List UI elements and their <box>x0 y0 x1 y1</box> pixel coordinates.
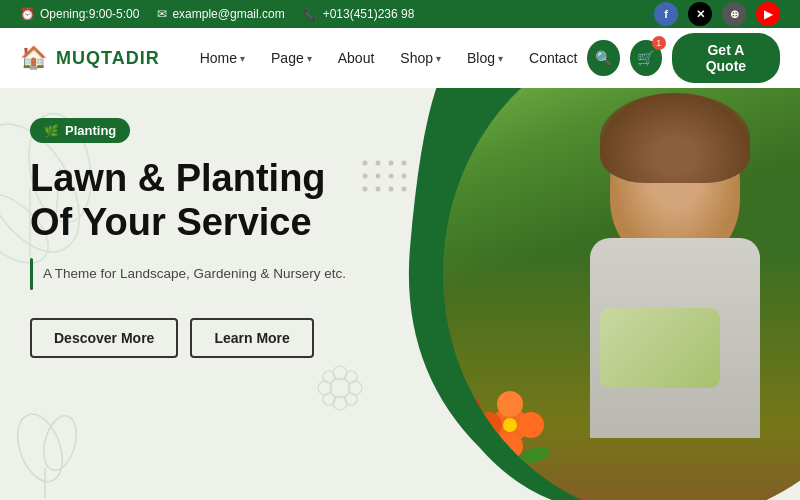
discover-more-button[interactable]: Descover More <box>30 318 178 358</box>
nav-links: Home ▾ Page ▾ About Shop ▾ Blog ▾ Contac… <box>190 42 588 74</box>
hero-title-line2: Of Your Service <box>30 201 312 243</box>
search-icon: 🔍 <box>595 50 612 66</box>
cart-button[interactable]: 🛒 1 <box>630 40 662 76</box>
chevron-down-icon: ▾ <box>498 53 503 64</box>
phone-text: +013(451)236 98 <box>323 7 415 21</box>
subtitle-line-decoration <box>30 258 33 290</box>
tag-badge: 🌿 Planting <box>30 118 130 143</box>
phone-info: 📞 +013(451)236 98 <box>303 7 415 21</box>
chevron-down-icon: ▾ <box>436 53 441 64</box>
phone-icon: 📞 <box>303 7 318 21</box>
social-links: f ✕ ⊕ ▶ <box>654 2 780 26</box>
hero-subtitle-bar: A Theme for Landscape, Gardening & Nurse… <box>30 258 346 290</box>
svg-point-14 <box>345 371 357 383</box>
svg-point-20 <box>402 161 407 166</box>
svg-point-36 <box>418 388 462 432</box>
nav-shop[interactable]: Shop ▾ <box>390 42 451 74</box>
svg-point-38 <box>424 419 456 451</box>
svg-point-40 <box>449 394 481 426</box>
svg-point-25 <box>363 187 368 192</box>
hero-title: Lawn & Planting Of Your Service <box>30 157 346 244</box>
nav-blog[interactable]: Blog ▾ <box>457 42 513 74</box>
leaf-icon: 🌿 <box>44 124 59 138</box>
person-hair <box>600 93 750 183</box>
svg-point-50 <box>519 444 552 465</box>
svg-point-41 <box>432 402 448 418</box>
quote-button[interactable]: Get A Quote <box>672 33 780 83</box>
svg-point-46 <box>518 412 544 438</box>
email-text: example@gmail.com <box>172 7 284 21</box>
svg-point-16 <box>345 393 357 405</box>
svg-point-28 <box>402 187 407 192</box>
svg-point-11 <box>318 381 332 395</box>
svg-point-43 <box>497 391 523 417</box>
svg-point-23 <box>389 174 394 179</box>
svg-point-5 <box>9 408 71 487</box>
svg-point-9 <box>333 366 347 380</box>
cart-icon: 🛒 <box>637 50 654 66</box>
svg-point-22 <box>376 174 381 179</box>
cart-badge: 1 <box>652 36 666 50</box>
top-bar: ⏰ Opening:9:00-5:00 ✉ example@gmail.com … <box>0 0 800 28</box>
svg-point-8 <box>330 378 350 398</box>
nav-page[interactable]: Page ▾ <box>261 42 322 74</box>
svg-point-24 <box>402 174 407 179</box>
flowers-foreground <box>380 330 580 480</box>
youtube-icon[interactable]: ▶ <box>756 2 780 26</box>
opening-hours: ⏰ Opening:9:00-5:00 <box>20 7 139 21</box>
logo-icon: 🏠 <box>20 45 48 71</box>
svg-point-17 <box>363 161 368 166</box>
navbar: 🏠 MUQTADIR Home ▾ Page ▾ About Shop ▾ Bl… <box>0 28 800 88</box>
svg-point-13 <box>323 371 335 383</box>
svg-point-21 <box>363 174 368 179</box>
hero-subtitle: A Theme for Landscape, Gardening & Nurse… <box>43 265 346 284</box>
svg-point-26 <box>376 187 381 192</box>
search-button[interactable]: 🔍 <box>587 40 619 76</box>
email-icon: ✉ <box>157 7 167 21</box>
svg-point-48 <box>400 434 439 466</box>
svg-point-39 <box>399 394 431 426</box>
nav-right: 🔍 🛒 1 Get A Quote <box>587 33 780 83</box>
clock-icon: ⏰ <box>20 7 35 21</box>
x-twitter-icon[interactable]: ✕ <box>688 2 712 26</box>
nav-home[interactable]: Home ▾ <box>190 42 255 74</box>
logo-text: MUQTADIR <box>56 48 160 69</box>
svg-point-27 <box>389 187 394 192</box>
svg-point-18 <box>376 161 381 166</box>
svg-text:✳: ✳ <box>421 183 439 208</box>
svg-point-47 <box>503 418 517 432</box>
globe-icon[interactable]: ⊕ <box>722 2 746 26</box>
person-hands <box>600 308 720 388</box>
opening-text: Opening:9:00-5:00 <box>40 7 139 21</box>
tag-text: Planting <box>65 123 116 138</box>
chevron-down-icon: ▾ <box>307 53 312 64</box>
svg-point-37 <box>424 369 456 401</box>
svg-point-49 <box>456 444 504 476</box>
svg-point-19 <box>389 161 394 166</box>
facebook-icon[interactable]: f <box>654 2 678 26</box>
svg-point-44 <box>497 433 523 459</box>
svg-point-12 <box>348 381 362 395</box>
hero-content: 🌿 Planting Lawn & Planting Of Your Servi… <box>30 118 346 358</box>
learn-more-button[interactable]: Learn More <box>190 318 313 358</box>
hero-title-line1: Lawn & Planting <box>30 157 326 199</box>
hero-section: ✳ <box>0 88 800 500</box>
svg-point-10 <box>333 396 347 410</box>
nav-about[interactable]: About <box>328 42 385 74</box>
email-info: ✉ example@gmail.com <box>157 7 284 21</box>
top-bar-left: ⏰ Opening:9:00-5:00 ✉ example@gmail.com … <box>20 7 414 21</box>
hero-buttons: Descover More Learn More <box>30 318 346 358</box>
logo[interactable]: 🏠 MUQTADIR <box>20 45 160 71</box>
hero-image <box>380 88 800 500</box>
chevron-down-icon: ▾ <box>240 53 245 64</box>
nav-contact[interactable]: Contact <box>519 42 587 74</box>
svg-point-45 <box>476 412 502 438</box>
svg-point-6 <box>38 412 81 474</box>
svg-point-15 <box>323 393 335 405</box>
